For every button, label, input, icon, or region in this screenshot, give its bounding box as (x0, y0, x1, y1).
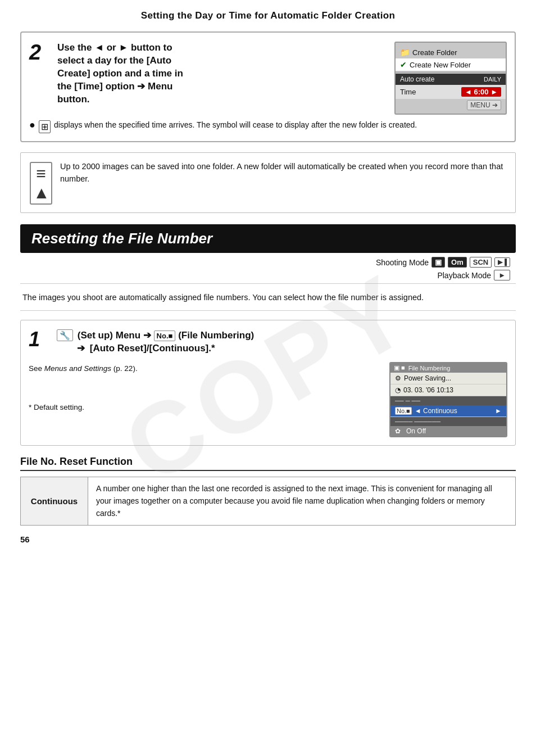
step1-header: 1 🔧 (Set up) Menu ➔ No.■ (File Numbering… (29, 329, 507, 356)
cam-item-create-folder: 📁 Create Folder (396, 46, 506, 58)
cam-time-value: ◄ 6:00 ► (461, 87, 501, 97)
cam2-dark-row2: ──── ────── (390, 417, 506, 426)
cam2-row-power: ⚙ Power Saving... (390, 373, 506, 384)
step1-title-block: 🔧 (Set up) Menu ➔ No.■ (File Numbering) … (57, 329, 507, 356)
step1-content: See Menus and Settings (p. 22). * Defaul… (29, 362, 507, 437)
reset-table: Continuous A number one higher than the … (20, 477, 516, 526)
setup-icon: 🔧 (57, 329, 73, 341)
resetting-heading-label: Resetting the File Number (31, 230, 212, 247)
step1-arrow2: ➔ (77, 343, 85, 354)
cam2-row-date: ◔ 03. 03. '06 10:13 (390, 384, 506, 396)
cam2-dark-row: ── ─ ── (390, 396, 506, 405)
cam2-title-row: ▣ ■ File Numbering (390, 363, 506, 373)
step1-see: See Menus and Settings (p. 22). (29, 364, 379, 373)
cam2-num-arrow: ► (495, 407, 502, 415)
cam2-date-icon: ◔ (395, 386, 401, 394)
camera-screen-section2: 📁 Create Folder ✔ Create New Folder Auto… (394, 42, 507, 115)
cam2-dark-label2: ──── ────── (395, 418, 440, 425)
bullet-camera-icon: ● (29, 119, 35, 131)
cam-folder-icon: 📁 (400, 48, 410, 57)
cam-menu-btn: MENU ➔ (396, 99, 506, 109)
cam2-power-icon: ⚙ (395, 374, 401, 382)
step1-arrow1: ➔ (143, 330, 151, 341)
cam2-on-off-label: On Off (406, 427, 426, 435)
cam-check-icon: ✔ (400, 60, 407, 69)
step2-title-line4: the [Time] option (57, 81, 135, 92)
section2-bullet: ● ⊞ displays when the specified time arr… (29, 120, 507, 133)
reset-table-row-continuous: Continuous A number one higher than the … (21, 477, 516, 526)
resetting-heading-bar: Resetting the File Number (20, 224, 516, 253)
cam-item-create-new-folder: ✔ Create New Folder (396, 58, 506, 71)
shooting-icon-scn: SCN (470, 257, 492, 268)
cam2-star-icon: ✿ (395, 427, 401, 435)
cam2-num-label: ◄ Continuous (415, 407, 457, 415)
cam2-date-label: 03. 03. '06 10:13 (403, 386, 453, 394)
shooting-icon-om: Om (448, 257, 467, 268)
playback-icon: ► (494, 270, 510, 280)
cam-divider (396, 72, 506, 73)
cam-dark-label: Auto create (400, 75, 434, 83)
cam-create-new-folder-label: Create New Folder (410, 61, 471, 69)
playback-mode-line: Playback Mode ► (437, 270, 510, 280)
page-number: 56 (20, 535, 516, 544)
step2-title-line1: Use the ◄ or ► button to (57, 42, 172, 53)
step2-title-line3: Create] option and a time in (57, 68, 183, 79)
shooting-mode-line: Shooting Mode ▣ Om SCN ▶▐ (376, 257, 510, 268)
step1-title: 🔧 (Set up) Menu ➔ No.■ (File Numbering) … (57, 329, 507, 355)
continuous-text: A number one higher than the last one re… (88, 477, 516, 526)
step1-title-part3: [Auto Reset]/[Continuous].* (90, 343, 215, 354)
modes-row: Shooting Mode ▣ Om SCN ▶▐ Playback Mode … (20, 253, 516, 284)
cam-time-label: Time (400, 88, 416, 96)
file-reset-heading: File No. Reset Function (20, 456, 516, 471)
section2-box: 2 Use the ◄ or ► button to select a day … (20, 31, 516, 142)
step1-title-part2: (File Numbering) (178, 330, 254, 341)
cam-time-row: Time ◄ 6:00 ► (396, 85, 506, 99)
cam-create-folder-label: Create Folder (412, 48, 457, 57)
step2-title-line5: Menu (148, 81, 172, 92)
step2-title-line6: button. (57, 94, 90, 105)
shooting-mode-label: Shooting Mode (376, 258, 429, 267)
step2-number: 2 (29, 42, 49, 63)
page-top-heading: Setting the Day or Time for Automatic Fo… (20, 10, 516, 21)
cam-dark-row: Auto create DAILY (396, 74, 506, 85)
note-icon: ≡▲ (30, 162, 52, 205)
bullet-icon-grid: ⊞ (39, 120, 51, 133)
cam2-title-label: File Numbering (408, 365, 451, 372)
cam2-on-off: ✿ On Off (390, 426, 506, 436)
step2-title-arrow: ➔ (137, 81, 145, 92)
step2-title-line2: select a day for the [Auto (57, 55, 171, 66)
cam-menu-btn-label: MENU ➔ (467, 100, 501, 110)
step2-title: Use the ◄ or ► button to select a day fo… (57, 42, 387, 106)
cam2-row-numbering: No.■ ◄ Continuous ► (390, 405, 506, 417)
shooting-icon-camera: ▣ (431, 257, 445, 268)
note-text: Up to 2000 images can be saved into one … (60, 161, 506, 185)
step1-default: * Default setting. (29, 403, 379, 411)
step1-box: 1 🔧 (Set up) Menu ➔ No.■ (File Numbering… (20, 320, 516, 446)
step2-text: Use the ◄ or ► button to select a day fo… (57, 42, 387, 107)
camera2-screen: ▣ ■ File Numbering ⚙ Power Saving... ◔ 0… (389, 362, 507, 437)
cam-dark-value: DAILY (484, 76, 501, 83)
step1-title-part1: (Set up) Menu (78, 330, 140, 341)
playback-mode-label: Playback Mode (437, 271, 491, 280)
continuous-label: Continuous (21, 477, 88, 526)
file-num-icon: No.■ (154, 331, 176, 341)
cam2-icon-grid: ▣ ■ (394, 364, 405, 372)
section-intro: The images you shoot are automatically a… (20, 284, 516, 311)
note-box: ≡▲ Up to 2000 images can be saved into o… (20, 152, 516, 213)
cam2-num-icon: No.■ (395, 407, 412, 415)
section2-bullet-text: displays when the specified time arrives… (54, 120, 417, 129)
shooting-icon-movie: ▶▐ (494, 257, 510, 267)
cam2-dark-label: ── ─ ── (395, 397, 420, 404)
step1-left: See Menus and Settings (p. 22). * Defaul… (29, 362, 379, 411)
step1-number: 1 (29, 329, 49, 350)
cam2-power-label: Power Saving... (404, 374, 451, 382)
